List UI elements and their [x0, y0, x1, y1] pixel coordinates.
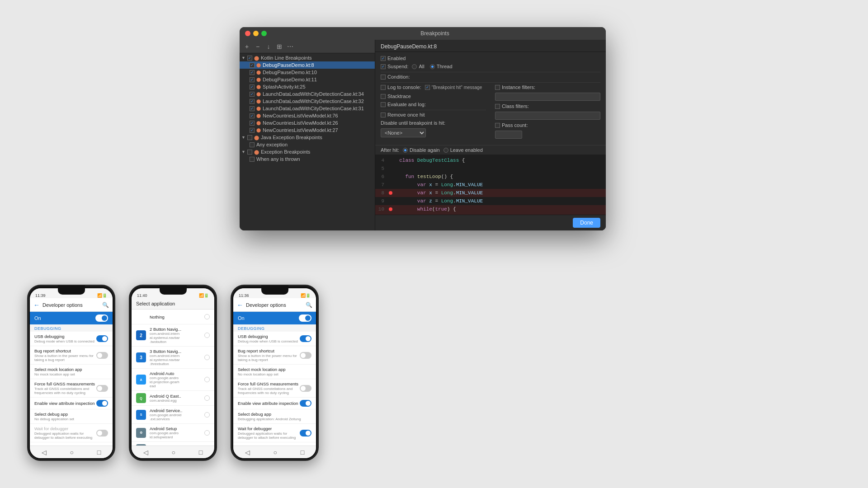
- phone-1-bug-report[interactable]: Bug report shortcut Show a button in the…: [30, 346, 113, 365]
- phone-1-wait-debugger[interactable]: Wait for debugger Debugged application w…: [30, 424, 113, 442]
- item-checkbox-5[interactable]: [250, 99, 255, 104]
- instance-filters-input[interactable]: [495, 93, 600, 101]
- phone-1-bug-toggle[interactable]: [96, 352, 108, 359]
- phone-3-scroll[interactable]: DEBUGGING USB debugging Debug mode when …: [233, 324, 316, 446]
- phone-1-view-attr-toggle[interactable]: [96, 400, 108, 407]
- phone-1-recents-nav[interactable]: □: [97, 449, 101, 456]
- phone-3-wait-toggle[interactable]: [300, 430, 311, 436]
- bp-item-any-exception[interactable]: Any exception: [240, 141, 375, 148]
- group-button[interactable]: ⊞: [275, 42, 284, 51]
- phone-1-usb-debug[interactable]: USB debugging Debug mode when USB is con…: [30, 332, 113, 346]
- add-breakpoint-button[interactable]: +: [242, 42, 251, 51]
- remove-once-hit-label[interactable]: Remove once hit: [381, 112, 425, 117]
- phone-3-search-icon[interactable]: 🔍: [306, 302, 312, 308]
- phone-3-dev-toggle[interactable]: [299, 314, 311, 322]
- phone-3-gnss[interactable]: Force full GNSS measurements Track all G…: [233, 379, 316, 398]
- phone-3-debug-app[interactable]: Select debug app Debugging application: …: [233, 409, 316, 424]
- log-message-checkbox[interactable]: [425, 85, 430, 90]
- phone-3-home-nav[interactable]: ○: [274, 449, 277, 456]
- bp-item-5[interactable]: ⬤ LaunchDataLoadWithCityDetectionCase.kt…: [240, 98, 375, 105]
- any-exception-checkbox[interactable]: [250, 142, 255, 147]
- leave-enabled-radio-label[interactable]: Leave enabled: [443, 147, 483, 153]
- thread-radio[interactable]: [430, 64, 435, 69]
- class-filters-label[interactable]: Class filters:: [495, 103, 529, 109]
- enabled-checkbox[interactable]: [381, 56, 386, 61]
- app-radio-3[interactable]: [204, 395, 210, 401]
- phone-1-usb-toggle[interactable]: [96, 335, 108, 342]
- phone-1-search-icon[interactable]: 🔍: [102, 302, 109, 308]
- code-lines[interactable]: 4 class DebugTestClass { 5 6 fun testLoo…: [375, 155, 606, 215]
- bp-item-3[interactable]: ⬤ SplashActivity.kt:25: [240, 83, 375, 90]
- item-checkbox-3[interactable]: [250, 84, 255, 89]
- phone-3-bug-report[interactable]: Bug report shortcut Show a button in the…: [233, 346, 316, 365]
- item-checkbox-4[interactable]: [250, 92, 255, 97]
- phone-1-home-nav[interactable]: ○: [70, 449, 74, 456]
- java-exception-group-checkbox[interactable]: [247, 135, 252, 140]
- phone-2-nothing-item[interactable]: Nothing: [132, 310, 214, 324]
- nothing-radio[interactable]: [204, 314, 210, 319]
- evaluate-log-checkbox[interactable]: [381, 102, 386, 107]
- phone-1-debug-app[interactable]: Select debug app No debug application se…: [30, 409, 113, 424]
- remove-breakpoint-button[interactable]: −: [253, 42, 262, 51]
- instance-filters-label[interactable]: Instance filters:: [495, 84, 535, 90]
- item-checkbox-1[interactable]: [250, 70, 255, 75]
- phone-1-scroll[interactable]: DEBUGGING USB debugging Debug mode when …: [30, 324, 113, 446]
- condition-checkbox[interactable]: [381, 75, 386, 80]
- pass-count-label[interactable]: Pass count:: [495, 122, 528, 128]
- item-checkbox-0[interactable]: [250, 63, 255, 68]
- phone-3-mock-location[interactable]: Select mock location app No mock locatio…: [233, 365, 316, 379]
- phone-3-view-attr-toggle[interactable]: [300, 400, 311, 407]
- all-radio[interactable]: [412, 64, 417, 69]
- item-checkbox-6[interactable]: [250, 106, 255, 111]
- bp-item-0[interactable]: ⬤ DebugPauseDemo.kt:8: [240, 61, 375, 69]
- stacktrace-label[interactable]: Stacktrace: [381, 94, 411, 99]
- more-button[interactable]: ⋯: [286, 42, 295, 51]
- phone-2-app-4[interactable]: S Android Service.. com.google.android.e…: [132, 406, 214, 424]
- phone-2-app-2[interactable]: A Android Auto com.google.android.projec…: [132, 369, 214, 391]
- disable-again-radio[interactable]: [403, 148, 408, 153]
- bp-item-6[interactable]: ⬤ LaunchDataLoadWithCityDetectionCase.kt…: [240, 105, 375, 112]
- phone-3-gnss-toggle[interactable]: [300, 385, 311, 392]
- bp-item-9[interactable]: ⬤ NewCountriesListViewModel.kt:27: [240, 127, 375, 134]
- pass-count-input[interactable]: [495, 131, 522, 139]
- thread-radio-label[interactable]: Thread: [430, 64, 453, 69]
- phone-3-usb-debug[interactable]: USB debugging Debug mode when USB is con…: [233, 332, 316, 346]
- log-console-checkbox[interactable]: [381, 85, 386, 90]
- item-checkbox-7[interactable]: [250, 113, 255, 118]
- bp-item-8[interactable]: ⬤ NewCountriesListViewModel.kt:26: [240, 119, 375, 127]
- bp-item-when-any-thrown[interactable]: When any is thrown: [240, 155, 375, 163]
- app-radio-4[interactable]: [204, 412, 210, 418]
- app-radio-2[interactable]: [204, 377, 210, 382]
- phone-1-gnss-toggle[interactable]: [96, 385, 108, 392]
- stacktrace-checkbox[interactable]: [381, 94, 386, 99]
- phone-2-back-nav[interactable]: ◁: [143, 449, 148, 456]
- remove-once-hit-checkbox[interactable]: [381, 113, 386, 117]
- group-enable-checkbox[interactable]: [247, 56, 252, 61]
- enabled-label[interactable]: Enabled: [381, 56, 406, 61]
- phone-2-recents-nav[interactable]: □: [199, 449, 203, 456]
- bp-item-2[interactable]: ⬤ DebugPauseDemo.kt:11: [240, 76, 375, 83]
- minimize-button[interactable]: [253, 31, 259, 36]
- phone-3-view-attr[interactable]: Enable view attribute inspection: [233, 398, 316, 409]
- bp-item-7[interactable]: ⬤ NewCountriesListViewModel.kt:76: [240, 112, 375, 119]
- phone-3-usb-toggle[interactable]: [300, 335, 311, 342]
- phone-1-wait-toggle[interactable]: [96, 430, 108, 436]
- phone-1-view-attr[interactable]: Enable view attribute inspection: [30, 398, 113, 409]
- disable-again-radio-label[interactable]: Disable again: [403, 147, 440, 153]
- bp-item-4[interactable]: ⬤ LaunchDataLoadWithCityDetectionCase.kt…: [240, 90, 375, 98]
- log-message-label[interactable]: "Breakpoint hit" message: [425, 85, 482, 90]
- item-checkbox-9[interactable]: [250, 128, 255, 133]
- pass-count-checkbox[interactable]: [495, 123, 500, 128]
- phone-1-verify-apps[interactable]: Verify apps over USB Check apps installe…: [30, 442, 113, 446]
- leave-enabled-radio[interactable]: [443, 148, 448, 153]
- item-checkbox-2[interactable]: [250, 77, 255, 82]
- phone-1-gnss[interactable]: Force full GNSS measurements Track all G…: [30, 379, 113, 398]
- class-filters-input[interactable]: [495, 112, 600, 120]
- phone-1-back-nav[interactable]: ◁: [42, 449, 47, 456]
- log-console-label[interactable]: Log to console:: [381, 84, 421, 90]
- condition-label[interactable]: Condition:: [381, 74, 410, 80]
- close-button[interactable]: [245, 31, 250, 36]
- phone-3-wait-debugger[interactable]: Wait for debugger Debugged application w…: [233, 424, 316, 442]
- exception-group-checkbox[interactable]: [247, 150, 252, 155]
- all-radio-label[interactable]: All: [412, 64, 424, 69]
